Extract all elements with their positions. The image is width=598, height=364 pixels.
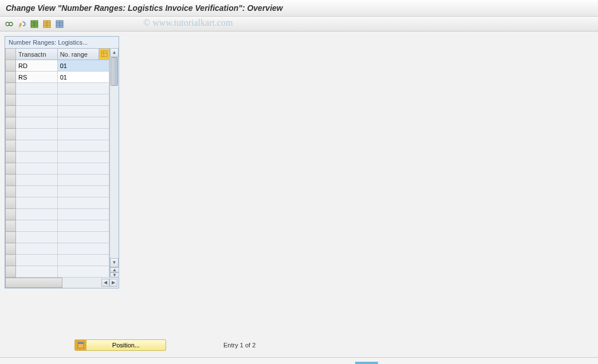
cell-empty[interactable] [57,152,109,163]
cell-empty[interactable] [57,117,109,129]
table-row-empty[interactable] [6,117,109,129]
row-selector[interactable] [6,83,16,94]
accent-strip [355,362,378,364]
row-selector[interactable] [6,117,16,129]
row-selector[interactable] [6,255,16,266]
table-view-button[interactable] [29,18,40,30]
row-selector[interactable] [6,129,16,140]
row-selector[interactable] [6,72,16,83]
table-row[interactable]: RD01 [6,60,109,72]
cell-empty[interactable] [16,117,58,129]
cell-empty[interactable] [16,197,58,209]
cell-empty[interactable] [57,243,109,255]
cell-empty[interactable] [16,186,58,197]
scroll-left-button[interactable]: ◀ [101,279,109,287]
scroll-up-button[interactable]: ▲ [110,48,119,57]
cell-empty[interactable] [57,266,109,278]
page-down-button[interactable]: ▼ [110,272,119,278]
row-selector[interactable] [6,209,16,220]
column-transaction[interactable]: Transactn [16,49,58,60]
cell-empty[interactable] [16,83,58,94]
cell-empty[interactable] [57,83,109,94]
table-row[interactable]: RS01 [6,72,109,83]
cell-empty[interactable] [16,220,58,232]
change-button[interactable] [16,18,27,30]
row-selector[interactable] [6,232,16,243]
table-row-empty[interactable] [6,232,109,243]
row-selector[interactable] [6,197,16,209]
scroll-down-button[interactable]: ▼ [110,258,119,267]
row-selector[interactable] [6,152,16,163]
scroll-track[interactable] [110,57,119,258]
select-all-header[interactable] [6,49,16,60]
cell-empty[interactable] [57,197,109,209]
table-row-empty[interactable] [6,140,109,152]
position-button[interactable]: Position... [74,339,166,351]
column-no-range[interactable]: No. range [57,49,99,60]
cell-transaction[interactable]: RS [16,72,58,83]
table-row-empty[interactable] [6,197,109,209]
cell-empty[interactable] [57,232,109,243]
cell-empty[interactable] [16,163,58,175]
table-row-empty[interactable] [6,152,109,163]
cell-empty[interactable] [57,255,109,266]
vertical-scrollbar[interactable]: ▲ ▼ ▲ ▼ [109,48,119,278]
panel-title: Number Ranges: Logistics... [5,37,119,48]
table-green-icon [30,19,39,29]
cell-empty[interactable] [16,255,58,266]
table-row-empty[interactable] [6,255,109,266]
cell-empty[interactable] [57,163,109,175]
row-selector[interactable] [6,220,16,232]
row-selector[interactable] [6,140,16,152]
cell-no-range[interactable]: 01 [57,60,109,72]
cell-empty[interactable] [16,209,58,220]
cell-empty[interactable] [16,243,58,255]
table-row-empty[interactable] [6,175,109,186]
cell-empty[interactable] [16,94,58,106]
other-view-button[interactable] [3,18,15,30]
cell-empty[interactable] [16,129,58,140]
table-row-empty[interactable] [6,266,109,278]
row-selector[interactable] [6,175,16,186]
cell-empty[interactable] [16,232,58,243]
cell-transaction[interactable]: RD [16,60,58,72]
cell-empty[interactable] [57,186,109,197]
row-selector[interactable] [6,106,16,117]
cell-empty[interactable] [57,129,109,140]
table-row-empty[interactable] [6,83,109,94]
save-button[interactable] [41,18,53,30]
table-save-icon [42,19,52,29]
table-row-empty[interactable] [6,209,109,220]
row-selector[interactable] [6,163,16,175]
row-selector[interactable] [6,266,16,278]
cell-empty[interactable] [16,152,58,163]
cell-empty[interactable] [57,209,109,220]
cell-empty[interactable] [57,140,109,152]
cell-empty[interactable] [16,106,58,117]
row-selector[interactable] [6,60,16,72]
table-row-empty[interactable] [6,220,109,232]
cell-empty[interactable] [16,266,58,278]
bottom-selector[interactable] [5,278,62,288]
row-selector[interactable] [6,243,16,255]
row-selector[interactable] [6,186,16,197]
cell-empty[interactable] [57,175,109,186]
page-up-button[interactable]: ▲ [110,267,119,272]
cell-empty[interactable] [16,140,58,152]
cell-empty[interactable] [57,220,109,232]
table-row-empty[interactable] [6,243,109,255]
select-all-button[interactable] [54,18,65,30]
table-row-empty[interactable] [6,129,109,140]
scroll-thumb[interactable] [111,57,118,86]
row-selector[interactable] [6,94,16,106]
table-row-empty[interactable] [6,106,109,117]
cell-empty[interactable] [57,94,109,106]
cell-empty[interactable] [57,106,109,117]
table-row-empty[interactable] [6,163,109,175]
table-row-empty[interactable] [6,94,109,106]
table-row-empty[interactable] [6,186,109,197]
table-settings-button[interactable] [99,49,109,60]
cell-no-range[interactable]: 01 [57,72,109,83]
cell-empty[interactable] [16,175,58,186]
scroll-right-button[interactable]: ▶ [109,279,117,287]
